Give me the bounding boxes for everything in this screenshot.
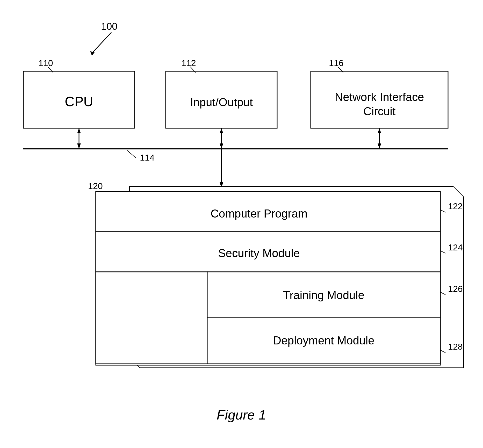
figure-caption: Figure 1 (217, 407, 266, 422)
training-module-label: Training Module (283, 289, 364, 301)
nic-label-line2: Circuit (363, 105, 396, 118)
nic-ref-label: 116 (329, 58, 344, 68)
cpu-label: CPU (65, 94, 93, 109)
memory-ref-label: 120 (88, 181, 103, 191)
svg-marker-16 (378, 143, 381, 149)
cp-ref-label: 122 (448, 201, 463, 211)
security-module-label: Security Module (218, 247, 300, 259)
bus-ref-label: 114 (140, 153, 155, 162)
main-ref-label: 100 (101, 21, 117, 32)
cpu-ref-label: 110 (38, 58, 53, 68)
svg-marker-8 (77, 143, 81, 149)
left-empty-box (96, 272, 207, 364)
sm-ref-label: 124 (448, 242, 463, 252)
io-label: Input/Output (190, 96, 253, 109)
computer-program-label: Computer Program (211, 207, 307, 220)
io-ref-label: 112 (181, 58, 196, 68)
nic-label-line1: Network Interface (335, 91, 424, 103)
svg-marker-1 (90, 51, 95, 56)
dm-ref-label: 128 (448, 342, 463, 351)
svg-line-0 (93, 32, 111, 52)
deployment-module-label: Deployment Module (273, 334, 374, 347)
svg-marker-11 (220, 143, 223, 149)
svg-marker-15 (378, 128, 381, 133)
diagram-container: 100 110 CPU 112 Input/Output 116 Network… (0, 0, 483, 448)
svg-marker-10 (220, 128, 223, 133)
svg-line-5 (127, 150, 136, 158)
tm-ref-label: 126 (448, 284, 463, 294)
svg-marker-7 (77, 128, 81, 133)
